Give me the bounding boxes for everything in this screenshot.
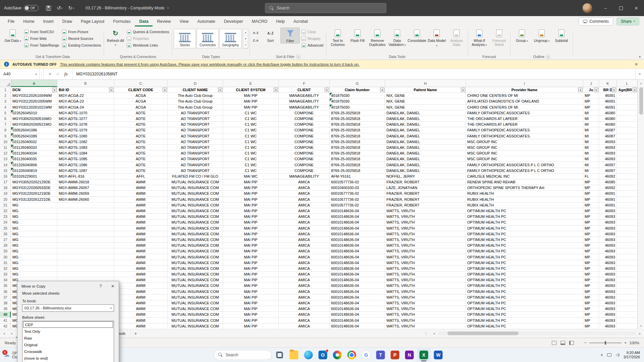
cell[interactable] <box>617 272 638 277</box>
cell[interactable]: MAI PIP <box>223 202 279 208</box>
cell[interactable]: 401875030 <box>330 93 385 99</box>
cell[interactable]: MAI PIP <box>223 231 279 237</box>
row-number[interactable]: 21 <box>0 202 11 208</box>
autosave-switch[interactable]: Off <box>24 5 39 11</box>
cell[interactable] <box>617 93 638 99</box>
cell[interactable]: MUTUAL INSURANCE COM <box>168 283 223 289</box>
cell[interactable]: AMICA <box>279 237 330 243</box>
zoom-in-icon[interactable]: + <box>624 340 627 345</box>
cell[interactable] <box>617 237 638 243</box>
ribbon-button-analyze-data[interactable]: Analyze Data <box>447 27 466 47</box>
cell[interactable]: MUTUAL INSURANCE COM <box>168 197 223 202</box>
cell[interactable] <box>617 150 638 156</box>
data-type-currencies[interactable]: Currencies <box>197 29 219 48</box>
row-number[interactable]: 32 <box>0 266 11 272</box>
cell[interactable] <box>57 214 114 220</box>
cell[interactable]: WATTS, VIRUTH <box>385 277 466 283</box>
cell[interactable] <box>57 272 114 277</box>
cell[interactable]: 8769-25-0025818 <box>330 168 385 174</box>
cell[interactable]: MANAGEABILITY <box>279 174 330 179</box>
cell[interactable]: 46092 <box>599 185 617 191</box>
cell[interactable]: COMPONE <box>279 122 330 127</box>
row-number[interactable]: 37 <box>0 295 11 300</box>
cell[interactable]: AD TRANSPORT <box>168 168 223 174</box>
cell[interactable] <box>617 191 638 196</box>
cell[interactable]: 60010148636-04 <box>330 237 385 243</box>
cell[interactable]: MP <box>583 105 599 110</box>
tray-chevron-icon[interactable]: ∧ <box>600 353 603 357</box>
cell[interactable] <box>617 197 638 202</box>
cell[interactable] <box>57 254 114 260</box>
zoom-level[interactable]: 100% <box>630 341 639 345</box>
row-number[interactable]: 42 <box>0 323 11 329</box>
cell[interactable]: MGY-ADTE-1080 <box>57 133 114 139</box>
cell[interactable]: MP <box>583 300 599 306</box>
ribbon-button-from-picture[interactable]: From Picture <box>61 29 102 35</box>
cell[interactable] <box>617 260 638 266</box>
header-cell-client-system[interactable]: CLIENT SYSTEM▾ <box>223 87 279 93</box>
restore-button[interactable] <box>613 0 629 16</box>
cell[interactable]: MP <box>583 179 599 185</box>
cell[interactable] <box>617 185 638 191</box>
row-number[interactable]: 5 <box>0 110 11 116</box>
cell[interactable]: COMPONE <box>279 162 330 168</box>
cell[interactable]: LAZE, JONATHAN <box>385 185 466 191</box>
ribbon-button-recent-sources[interactable]: Recent Sources <box>61 36 102 42</box>
save-button[interactable] <box>43 2 54 14</box>
cell[interactable]: 031126040032 <box>11 139 57 145</box>
cell[interactable]: 46093 <box>599 214 617 220</box>
cell[interactable]: 46093 <box>599 248 617 254</box>
cell[interactable]: WATTS, VIRUTH <box>385 220 466 225</box>
cell[interactable]: WATTS, VIRUTH <box>385 254 466 260</box>
cell[interactable]: MP <box>583 248 599 254</box>
cell[interactable]: 031126040033 <box>11 145 57 150</box>
cell[interactable]: 8769-25-0025818 <box>330 122 385 127</box>
cell[interactable]: MAI PIP <box>223 300 279 306</box>
ribbon-tab-file[interactable]: File <box>3 16 19 26</box>
column-header-a[interactable]: A <box>11 80 57 87</box>
cell[interactable]: AMMI <box>114 226 168 231</box>
cell[interactable]: MG <box>11 237 57 243</box>
cell[interactable]: OPTIMUM HEALTH PC <box>466 306 583 312</box>
cell[interactable]: C1 WC <box>223 162 279 168</box>
cell[interactable]: WATTS, VIRUTH <box>385 300 466 306</box>
sheet-menu-icon[interactable]: ⋮ <box>422 329 430 338</box>
cell[interactable]: AMICA <box>279 272 330 277</box>
before-sheet-listbox[interactable]: CEPText OnlyRawOriginalCrosswalk(move to… <box>22 321 114 362</box>
title-chevron-icon[interactable]: ▾ <box>167 6 169 10</box>
cell[interactable]: 60010148636-04 <box>330 208 385 214</box>
cell[interactable]: COMPONE <box>279 133 330 139</box>
cell[interactable]: AMMI <box>114 197 168 202</box>
powerpoint-app-button[interactable]: P <box>389 349 401 361</box>
cell[interactable]: 8769-25-0025818 <box>330 145 385 150</box>
cell[interactable]: MANAGEABILITY <box>279 93 330 99</box>
minimize-button[interactable]: – <box>598 0 613 16</box>
cell[interactable]: MAI PIP <box>223 289 279 295</box>
cell[interactable]: MAI PIP <box>223 237 279 243</box>
cell[interactable]: 8769-25-0025818 <box>330 127 385 133</box>
cell[interactable]: MUTUAL INSURANCE COM <box>168 231 223 237</box>
ribbon-tab-view[interactable]: View <box>175 16 193 26</box>
cell[interactable]: MAI PIP <box>223 248 279 254</box>
cell[interactable] <box>57 220 114 225</box>
dialog-close-icon[interactable]: ✕ <box>107 281 119 291</box>
before-sheet-option-crosswalk[interactable]: Crosswalk <box>22 348 114 355</box>
cell[interactable]: AMICA <box>279 277 330 283</box>
ribbon-button-ungroup[interactable]: Ungroup ▾ <box>532 27 551 44</box>
ribbon-tab-insert[interactable]: Insert <box>39 16 58 26</box>
cell[interactable] <box>617 133 638 139</box>
data-type-stocks[interactable]: Stocks <box>174 29 196 48</box>
ribbon-button-subtotal[interactable]: Subtotal <box>552 27 571 43</box>
cell[interactable]: MUTUAL INSURANCE COM <box>168 289 223 295</box>
row-number[interactable]: 7 <box>0 122 11 127</box>
filter-dropdown-icon[interactable]: ▾ <box>633 88 637 92</box>
cell[interactable]: ADTE <box>114 122 168 127</box>
row-number[interactable]: 13 <box>0 156 11 162</box>
cell[interactable]: MI <box>583 145 599 150</box>
cell[interactable]: COMPONE <box>279 168 330 174</box>
column-header-k[interactable]: K <box>599 80 617 87</box>
cell[interactable]: 46093 <box>599 318 617 323</box>
cell[interactable]: MAI PIP <box>223 208 279 214</box>
cell[interactable]: MGY030620260516MO <box>11 116 57 122</box>
cell[interactable]: 46093 <box>599 289 617 295</box>
